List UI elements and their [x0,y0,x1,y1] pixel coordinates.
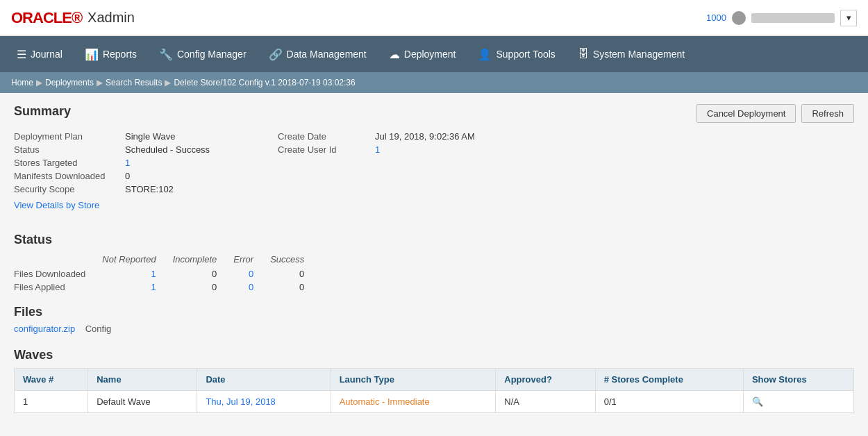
status-table-row: Files Applied1000 [14,280,321,294]
waves-col-approved: Approved? [496,369,595,391]
status-success: 0 [270,267,321,280]
status-section: Status Not Reported Incomplete Error Suc… [14,233,854,294]
files-content: configurator.zip Config [14,324,854,334]
view-details-by-store-link[interactable]: View Details by Store [14,200,99,210]
reports-icon: 📊 [85,48,99,61]
wave-approved: N/A [496,391,595,413]
summary-title: Summary [14,104,71,119]
status-col-not-reported: Not Reported [102,253,172,267]
status-table-row: Files Downloaded1000 [14,267,321,280]
status-row-label: Files Applied [14,280,102,294]
deployment-icon: ☁ [389,48,400,61]
create-user-id-value: 1 [375,144,854,155]
wave-launch-type: Automatic - Immediate [331,391,496,413]
status-col-error: Error [233,253,270,267]
status-title: Status [14,233,854,247]
status-row-label: Files Downloaded [14,267,102,280]
status-error[interactable]: 0 [233,280,270,294]
wave-date[interactable]: Thu, Jul 19, 2018 [197,391,331,413]
status-incomplete: 0 [173,280,234,294]
logo-area: ORACLE® Xadmin [11,9,135,27]
wave-date-link[interactable]: Thu, Jul 19, 2018 [206,396,275,407]
waves-col-name: Name [88,369,197,391]
security-scope-label: Security Scope [14,184,125,194]
status-not-reported[interactable]: 1 [102,280,172,294]
waves-col-show-stores: Show Stores [743,369,853,391]
status-table: Not Reported Incomplete Error Success Fi… [14,253,854,294]
wave-num: 1 [15,391,88,413]
top-header: ORACLE® Xadmin 1000 ▾ [0,0,868,36]
nav-deployment[interactable]: ☁ Deployment [378,36,467,72]
status-not-reported-link[interactable]: 1 [151,269,156,279]
status-incomplete: 0 [173,267,234,280]
nav-data-management[interactable]: 🔗 Data Management [258,36,378,72]
stores-targeted-label: Stores Targeted [14,158,125,168]
nav-journal-label: Journal [31,49,62,60]
user-name-bar [751,13,835,23]
status-success: 0 [270,280,321,294]
user-avatar-icon [732,11,746,25]
support-tools-icon: 👤 [478,48,492,61]
breadcrumb-sep-2: ▶ [97,78,103,87]
security-scope-value: STORE:102 [125,184,278,194]
file-name-link[interactable]: configurator.zip [14,324,75,334]
status-error[interactable]: 0 [233,267,270,280]
create-user-id-link[interactable]: 1 [375,144,380,155]
waves-col-wave-num: Wave # [15,369,88,391]
nav-config-manager-label: Config Manager [177,49,247,60]
data-management-icon: 🔗 [269,48,283,61]
nav-bar: ☰ Journal 📊 Reports 🔧 Config Manager 🔗 D… [0,36,868,72]
deployment-plan-value: Single Wave [125,131,278,142]
refresh-button[interactable]: Refresh [801,104,854,123]
nav-support-tools[interactable]: 👤 Support Tools [467,36,566,72]
nav-system-management[interactable]: 🗄 System Management [567,36,696,72]
nav-config-manager[interactable]: 🔧 Config Manager [148,36,258,72]
create-date-value: Jul 19, 2018, 9:02:36 AM [375,131,854,142]
wave-stores-complete: 0/1 [595,391,743,413]
status-not-reported-link[interactable]: 1 [151,282,156,292]
stores-targeted-link[interactable]: 1 [125,158,130,168]
status-col-incomplete: Incomplete [173,253,234,267]
deployment-plan-label: Deployment Plan [14,131,125,142]
nav-journal[interactable]: ☰ Journal [6,36,74,72]
wave-name: Default Wave [88,391,197,413]
status-label: Status [14,144,125,155]
user-dropdown-button[interactable]: ▾ [840,10,857,26]
breadcrumb-home[interactable]: Home [11,78,33,87]
manifests-downloaded-label: Manifests Downloaded [14,171,125,181]
breadcrumb-current: Delete Store/102 Config v.1 2018-07-19 0… [174,78,355,87]
status-value: Scheduled - Success [125,144,278,155]
nav-support-tools-label: Support Tools [496,49,555,60]
breadcrumb-sep-1: ▶ [36,78,42,87]
breadcrumb: Home ▶ Deployments ▶ Search Results ▶ De… [0,72,868,93]
waves-section: Waves Wave # Name Date Launch Type Appro… [14,348,854,413]
waves-table: Wave # Name Date Launch Type Approved? #… [14,368,854,413]
journal-icon: ☰ [17,48,26,61]
create-user-id-label: Create User Id [278,144,375,155]
summary-header-row: Summary Cancel Deployment Refresh [14,104,854,123]
top-right-area: 1000 ▾ [706,10,857,26]
nav-reports[interactable]: 📊 Reports [74,36,148,72]
status-not-reported[interactable]: 1 [102,267,172,280]
config-manager-icon: 🔧 [159,48,173,61]
waves-table-row: 1Default WaveThu, Jul 19, 2018Automatic … [15,391,854,413]
main-content: Summary Cancel Deployment Refresh Deploy… [0,93,868,424]
oracle-logo: ORACLE® [11,9,82,27]
breadcrumb-sep-3: ▶ [165,78,171,87]
breadcrumb-deployments[interactable]: Deployments [45,78,94,87]
nav-data-management-label: Data Management [287,49,367,60]
breadcrumb-search-results[interactable]: Search Results [106,78,162,87]
action-buttons: Cancel Deployment Refresh [696,104,854,123]
file-type: Config [85,324,112,334]
user-id: 1000 [706,12,726,23]
waves-col-date: Date [197,369,331,391]
nav-system-management-label: System Management [593,49,685,60]
wave-show-stores[interactable]: 🔍 [743,391,853,413]
cancel-deployment-button[interactable]: Cancel Deployment [696,104,796,123]
app-name: Xadmin [87,10,135,26]
nav-deployment-label: Deployment [404,49,456,60]
nav-reports-label: Reports [103,49,137,60]
files-title: Files [14,305,854,319]
stores-targeted-value: 1 [125,158,278,168]
files-section: Files configurator.zip Config [14,305,854,334]
